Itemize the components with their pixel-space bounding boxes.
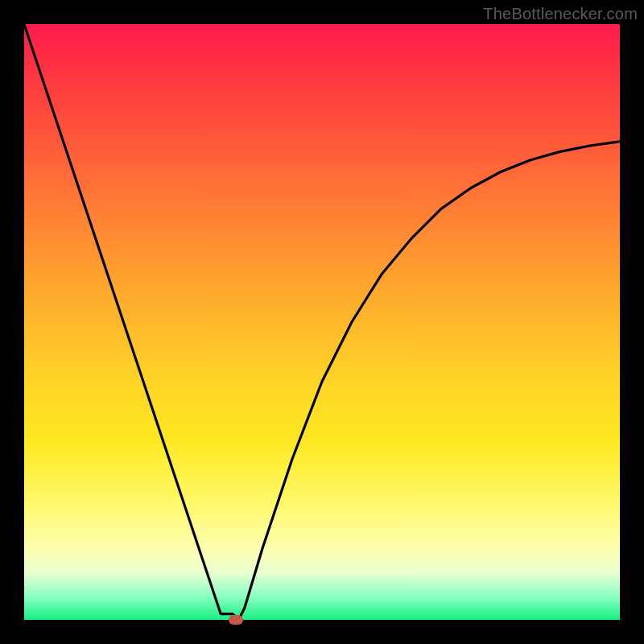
chart-frame: TheBottlenecker.com	[0, 0, 644, 644]
bottleneck-curve	[24, 24, 620, 620]
minimum-marker	[229, 615, 243, 625]
plot-area	[24, 24, 620, 620]
watermark-text: TheBottlenecker.com	[483, 5, 638, 23]
